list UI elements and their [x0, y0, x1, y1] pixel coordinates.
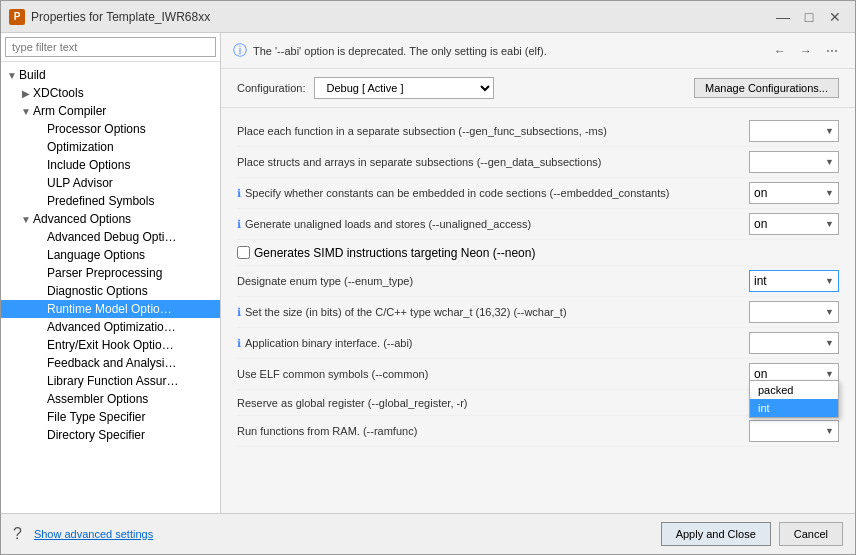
- dropdown-arrow-wchar_t: ▼: [825, 307, 834, 317]
- option-label-place_struct: Place structs and arrays in separate sub…: [237, 156, 749, 168]
- window-controls: — □ ✕: [771, 7, 847, 27]
- dropdown-arrow-unaligned_access: ▼: [825, 219, 834, 229]
- show-advanced-link[interactable]: Show advanced settings: [34, 528, 153, 540]
- tree-item-xdctools[interactable]: ▶XDCtools: [1, 84, 220, 102]
- info-text: The '--abi' option is deprecated. The on…: [253, 45, 763, 57]
- tree-item-feedbackandanalysi[interactable]: Feedback and Analysi…: [1, 354, 220, 372]
- tree-item-libraryfunctionassur[interactable]: Library Function Assur…: [1, 372, 220, 390]
- info-circle-unaligned_access: ℹ: [237, 218, 241, 230]
- dropdown-arrow-enum_type: ▼: [825, 276, 834, 286]
- tree-item-build[interactable]: ▼Build: [1, 66, 220, 84]
- option-label-embedded_constants: ℹSpecify whether constants can be embedd…: [237, 187, 749, 200]
- apply-close-button[interactable]: Apply and Close: [661, 522, 771, 546]
- tree-item-advancedoptimizatio[interactable]: Advanced Optimizatio…: [1, 318, 220, 336]
- tree-item-entryexithookoption[interactable]: Entry/Exit Hook Optio…: [1, 336, 220, 354]
- checkbox-row-neon: Generates SIMD instructions targeting Ne…: [237, 246, 535, 260]
- title-bar: P Properties for Template_IWR68xx — □ ✕: [1, 1, 855, 33]
- tree-item-processoroptions[interactable]: Processor Options: [1, 120, 220, 138]
- option-label-place_func: Place each function in a separate subsec…: [237, 125, 749, 137]
- dropdown-enum_type[interactable]: int▼: [749, 270, 839, 292]
- window-title: Properties for Template_IWR68xx: [31, 10, 210, 24]
- option-control-embedded_constants: on▼: [749, 182, 839, 204]
- config-bar: Configuration: Debug [ Active ] Manage C…: [221, 69, 855, 108]
- tree-item-optimization[interactable]: Optimization: [1, 138, 220, 156]
- tree-item-filetypespecifier[interactable]: File Type Specifier: [1, 408, 220, 426]
- checkbox-neon[interactable]: [237, 246, 250, 259]
- option-row-abi: ℹApplication binary interface. (--abi)▼: [237, 328, 839, 359]
- minimize-button[interactable]: —: [771, 7, 795, 27]
- option-row-unaligned_access: ℹGenerate unaligned loads and stores (--…: [237, 209, 839, 240]
- tree-toggle-advancedoptions[interactable]: ▼: [19, 214, 33, 225]
- tree-item-runtimemodeloption[interactable]: Runtime Model Optio…: [1, 300, 220, 318]
- tree-toggle-armcompiler[interactable]: ▼: [19, 106, 33, 117]
- dropdown-place_func[interactable]: ▼: [749, 120, 839, 142]
- back-button[interactable]: ←: [769, 40, 791, 62]
- dropdown-arrow-common: ▼: [825, 369, 834, 379]
- dropdown-popup-item-int[interactable]: int: [750, 399, 838, 417]
- dropdown-embedded_constants[interactable]: on▼: [749, 182, 839, 204]
- tree-label-diagnosticoptions: Diagnostic Options: [47, 284, 220, 298]
- dropdown-arrow-place_struct: ▼: [825, 157, 834, 167]
- option-label-common: Use ELF common symbols (--common): [237, 368, 749, 380]
- more-button[interactable]: ⋯: [821, 40, 843, 62]
- tree-label-xdctools: XDCtools: [33, 86, 220, 100]
- tree-label-optimization: Optimization: [47, 140, 220, 154]
- info-bar: ⓘ The '--abi' option is deprecated. The …: [221, 33, 855, 69]
- forward-button[interactable]: →: [795, 40, 817, 62]
- maximize-button[interactable]: □: [797, 7, 821, 27]
- option-control-enum_type: int▼packedint: [749, 270, 839, 292]
- tree-label-directoryspecifier: Directory Specifier: [47, 428, 220, 442]
- dropdown-value-embedded_constants: on: [754, 186, 767, 200]
- right-panel: ⓘ The '--abi' option is deprecated. The …: [221, 33, 855, 513]
- info-toolbar: ← → ⋯: [769, 40, 843, 62]
- info-circle-embedded_constants: ℹ: [237, 187, 241, 199]
- filter-input[interactable]: [5, 37, 216, 57]
- tree-label-advancedoptions: Advanced Options: [33, 212, 220, 226]
- dropdown-abi[interactable]: ▼: [749, 332, 839, 354]
- option-control-place_func: ▼: [749, 120, 839, 142]
- dropdown-popup-item-packed[interactable]: packed: [750, 381, 838, 399]
- dropdown-ramfunc[interactable]: ▼: [749, 420, 839, 442]
- tree-item-includeoptions[interactable]: Include Options: [1, 156, 220, 174]
- tree-label-ulpadvisor: ULP Advisor: [47, 176, 220, 190]
- option-control-unaligned_access: on▼: [749, 213, 839, 235]
- tree-item-armcompiler[interactable]: ▼Arm Compiler: [1, 102, 220, 120]
- help-icon[interactable]: ?: [13, 525, 22, 543]
- dropdown-value-enum_type: int: [754, 274, 767, 288]
- tree-label-runtimemodeloption: Runtime Model Optio…: [47, 302, 220, 316]
- tree-label-assembleroptions: Assembler Options: [47, 392, 220, 406]
- option-label-enum_type: Designate enum type (--enum_type): [237, 275, 749, 287]
- option-row-place_func: Place each function in a separate subsec…: [237, 116, 839, 147]
- option-label-unaligned_access: ℹGenerate unaligned loads and stores (--…: [237, 218, 749, 231]
- dropdown-wchar_t[interactable]: ▼: [749, 301, 839, 323]
- tree-label-processoroptions: Processor Options: [47, 122, 220, 136]
- info-circle-wchar_t: ℹ: [237, 306, 241, 318]
- tree-item-assembleroptions[interactable]: Assembler Options: [1, 390, 220, 408]
- tree-toggle-xdctools[interactable]: ▶: [19, 88, 33, 99]
- option-label-abi: ℹApplication binary interface. (--abi): [237, 337, 749, 350]
- tree-item-diagnosticoptions[interactable]: Diagnostic Options: [1, 282, 220, 300]
- tree-label-includeoptions: Include Options: [47, 158, 220, 172]
- option-control-ramfunc: ▼: [749, 420, 839, 442]
- dropdown-arrow-place_func: ▼: [825, 126, 834, 136]
- tree-item-parserpreprocessing[interactable]: Parser Preprocessing: [1, 264, 220, 282]
- dropdown-unaligned_access[interactable]: on▼: [749, 213, 839, 235]
- manage-configurations-button[interactable]: Manage Configurations...: [694, 78, 839, 98]
- cancel-button[interactable]: Cancel: [779, 522, 843, 546]
- tree-item-directoryspecifier[interactable]: Directory Specifier: [1, 426, 220, 444]
- bottom-bar: ? Show advanced settings Apply and Close…: [1, 513, 855, 554]
- tree-item-advanceddebugopti[interactable]: Advanced Debug Opti…: [1, 228, 220, 246]
- dropdown-arrow-ramfunc: ▼: [825, 426, 834, 436]
- tree-item-ulpadvisor[interactable]: ULP Advisor: [1, 174, 220, 192]
- tree-item-languageoptions[interactable]: Language Options: [1, 246, 220, 264]
- option-row-neon: Generates SIMD instructions targeting Ne…: [237, 240, 839, 266]
- filter-wrap: [1, 33, 220, 62]
- close-button[interactable]: ✕: [823, 7, 847, 27]
- config-select[interactable]: Debug [ Active ]: [314, 77, 494, 99]
- dropdown-place_struct[interactable]: ▼: [749, 151, 839, 173]
- tree-item-advancedoptions[interactable]: ▼Advanced Options: [1, 210, 220, 228]
- tree-toggle-build[interactable]: ▼: [5, 70, 19, 81]
- tree-item-predefinedsymbols[interactable]: Predefined Symbols: [1, 192, 220, 210]
- title-bar-left: P Properties for Template_IWR68xx: [9, 9, 210, 25]
- tree-label-predefinedsymbols: Predefined Symbols: [47, 194, 220, 208]
